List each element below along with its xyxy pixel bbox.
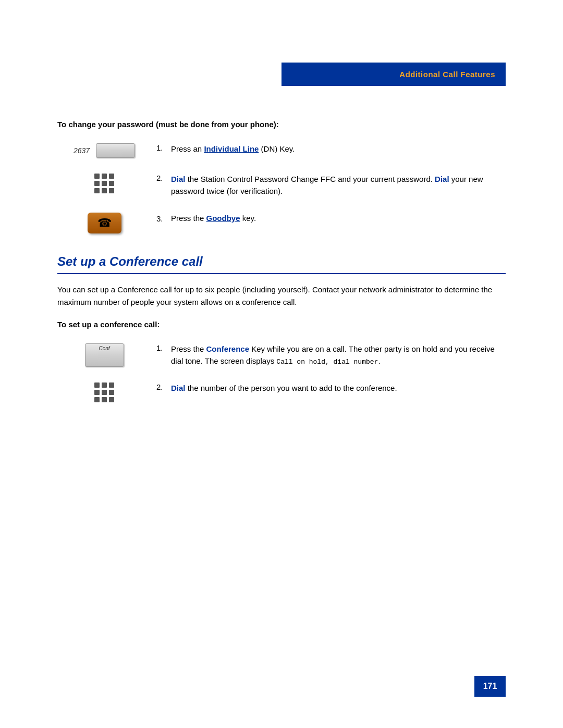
- keypad-dot: [109, 181, 114, 186]
- page-number-box: 171: [474, 676, 506, 697]
- conf-step-row-2: 2. Dial the number of the person you wan…: [63, 382, 506, 402]
- header-bar: Additional Call Features: [282, 63, 506, 86]
- conf-step-row-1: Conf 1. Press the Conference Key while y…: [63, 343, 506, 367]
- step-row-3: ☎ 3. Press the Goodbye key.: [63, 213, 506, 233]
- step-1-number: 1.: [156, 143, 167, 152]
- section2-heading: To set up a conference call:: [57, 320, 506, 329]
- page-container: Additional Call Features To change your …: [0, 0, 563, 728]
- step-1-text: Press an Individual Line (DN) Key.: [171, 143, 506, 155]
- section2-steps: Conf 1. Press the Conference Key while y…: [63, 343, 506, 402]
- step-2-icon: [63, 174, 146, 193]
- section1-steps: 2637 1. Press an Individual Line (DN) Ke…: [63, 143, 506, 233]
- section1-heading: To change your password (must be done fr…: [57, 120, 506, 129]
- conf-step-2-icon: [63, 382, 146, 402]
- keypad-dot: [94, 390, 100, 395]
- step-row-2: 2. Dial the Station Control Password Cha…: [63, 174, 506, 197]
- keypad-dot: [94, 181, 100, 186]
- keypad-dot: [102, 181, 107, 186]
- screen-display-code: Call on hold, dial number: [276, 358, 378, 366]
- conf-step-1-number: 1.: [156, 343, 167, 352]
- step-row-1: 2637 1. Press an Individual Line (DN) Ke…: [63, 143, 506, 158]
- keypad-dot: [94, 382, 100, 388]
- conf-step-2-number: 2.: [156, 382, 167, 391]
- conf-step-1-icon: Conf: [63, 343, 146, 367]
- step-3-text: Press the Goodbye key.: [171, 213, 506, 225]
- dial-label-3: Dial: [171, 384, 186, 392]
- keypad-dot: [109, 382, 114, 388]
- conf-step-1-text: Press the Conference Key while you are o…: [171, 343, 506, 367]
- keypad-dot: [109, 390, 114, 395]
- line-key-container: 2637: [74, 143, 135, 158]
- conf-key: Conf: [85, 343, 124, 367]
- individual-line-link: Individual Line: [204, 144, 259, 153]
- main-content: To change your password (must be done fr…: [57, 120, 506, 418]
- section2-title: Set up a Conference call: [57, 254, 203, 268]
- phone-icon: ☎: [97, 216, 112, 230]
- goodbye-key: ☎: [88, 213, 121, 233]
- conf-step-2-text: Dial the number of the person you want t…: [171, 382, 506, 394]
- goodbye-link: Goodbye: [206, 214, 240, 223]
- individual-line-key: [96, 143, 135, 158]
- page-number: 171: [483, 682, 497, 691]
- conf-label: Conf: [99, 346, 109, 351]
- keypad-dot: [102, 397, 107, 402]
- header-title: Additional Call Features: [399, 70, 495, 79]
- keypad-dot: [94, 397, 100, 402]
- keypad-dot: [109, 397, 114, 402]
- step-1-icon: 2637: [63, 143, 146, 158]
- keypad-dot: [102, 382, 107, 388]
- step-2-text: Dial the Station Control Password Change…: [171, 174, 506, 197]
- keypad-dot: [102, 188, 107, 193]
- section2-intro: You can set up a Conference call for up …: [57, 283, 506, 309]
- keypad-icon-2: [94, 382, 114, 402]
- keypad-dot: [109, 174, 114, 179]
- step-3-icon: ☎: [63, 213, 146, 233]
- step-2-number: 2.: [156, 174, 167, 182]
- keypad-icon-1: [94, 174, 114, 193]
- dial-label-2: Dial: [435, 175, 449, 183]
- keypad-dot: [102, 390, 107, 395]
- keypad-dot: [102, 174, 107, 179]
- line-number: 2637: [74, 146, 90, 155]
- dial-label-1: Dial: [171, 175, 186, 183]
- keypad-dot: [109, 188, 114, 193]
- keypad-dot: [94, 174, 100, 179]
- step-3-number: 3.: [156, 214, 167, 223]
- keypad-dot: [94, 188, 100, 193]
- section2-title-container: Set up a Conference call: [57, 254, 506, 274]
- conference-link: Conference: [206, 344, 250, 353]
